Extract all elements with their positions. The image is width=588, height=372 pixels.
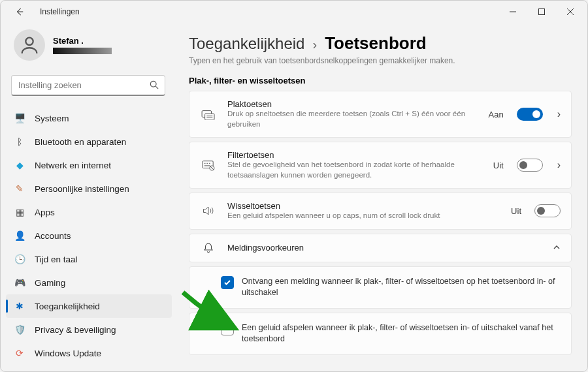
svg-point-1 <box>25 38 33 45</box>
nav-icon: ✱ <box>14 300 25 312</box>
notification-prefs-row[interactable]: Meldingsvoorkeuren <box>189 234 572 262</box>
user-email-redacted <box>53 48 112 54</box>
sidebar-item-netwerk-en-internet[interactable]: ◆Netwerk en internet <box>6 153 172 177</box>
toggle-keys-sub: Een geluid afspelen wanneer u op caps, n… <box>227 211 500 221</box>
user-profile[interactable]: Stefan . <box>1 27 176 70</box>
sidebar-item-persoonlijke-instellingen[interactable]: ✎Persoonlijke instellingen <box>6 177 172 200</box>
section-heading: Plak-, filter- en wisseltoetsen <box>189 73 572 91</box>
nav-icon: ⟳ <box>14 347 25 359</box>
nav-icon: 🖥️ <box>14 112 25 124</box>
svg-point-2 <box>150 81 156 87</box>
chevron-right-icon: › <box>553 108 561 120</box>
filter-keys-toggle[interactable] <box>517 159 543 172</box>
chevron-right-icon: › <box>553 159 561 171</box>
sticky-keys-row[interactable]: Plaktoetsen Druk op sneltoetsen die meer… <box>189 91 572 138</box>
search-box <box>11 75 165 96</box>
user-name: Stefan . <box>53 36 112 46</box>
sticky-keys-state: Aan <box>489 110 504 119</box>
nav-icon: ✎ <box>14 183 25 194</box>
sidebar-item-label: Accounts <box>35 231 71 241</box>
sidebar-item-windows-update[interactable]: ⟳Windows Update <box>6 341 172 365</box>
sticky-keys-title: Plaktoetsen <box>227 99 478 109</box>
page-description: Typen en het gebruik van toetsenbordsnel… <box>189 55 572 73</box>
toggle-keys-title: Wisseltoetsen <box>227 201 500 211</box>
sound-checkbox-label: Een geluid afspelen wanneer ik plak-, fi… <box>242 322 559 345</box>
sidebar-item-label: Gaming <box>35 278 65 288</box>
sidebar-item-label: Bluetooth en apparaten <box>35 137 126 147</box>
sidebar-item-accounts[interactable]: 👤Accounts <box>6 224 172 247</box>
main-content: Toegankelijkheid › Toetsenbord Typen en … <box>176 23 587 371</box>
nav-list: 🖥️SysteemᛒBluetooth en apparaten◆Netwerk… <box>1 102 176 371</box>
nav-icon: ᛒ <box>14 136 25 147</box>
sidebar-item-label: Windows Update <box>35 349 101 358</box>
sidebar-item-label: Apps <box>35 208 55 217</box>
minimize-button[interactable] <box>498 2 527 22</box>
notify-checkbox-row[interactable]: Ontvang een melding wanneer ik plak-, fi… <box>189 266 572 309</box>
speaker-icon <box>200 205 217 217</box>
sidebar-item-label: Tijd en taal <box>35 255 78 264</box>
search-input[interactable] <box>11 75 165 96</box>
sidebar: Stefan . 🖥️SysteemᛒBluetooth en apparate… <box>1 23 176 371</box>
filter-keys-state: Uit <box>493 161 504 170</box>
filter-keys-sub: Stel de gevoeligheid van het toetsenbord… <box>227 160 483 180</box>
toggle-keys-toggle[interactable] <box>534 204 561 217</box>
page-title: Toetsenbord <box>325 33 427 54</box>
sound-checkbox-row[interactable]: Een geluid afspelen wanneer ik plak-, fi… <box>189 313 572 355</box>
back-button[interactable] <box>10 2 29 22</box>
sidebar-item-label: Toegankelijkheid <box>35 302 100 311</box>
check-icon <box>223 279 231 287</box>
maximize-button[interactable] <box>527 2 556 22</box>
svg-rect-4 <box>205 114 214 120</box>
svg-rect-0 <box>539 9 545 15</box>
avatar <box>14 29 45 61</box>
toggle-keys-state: Uit <box>511 206 521 216</box>
notify-checkbox-label: Ontvang een melding wanneer ik plak-, fi… <box>242 276 559 299</box>
sidebar-item-systeem[interactable]: 🖥️Systeem <box>6 106 172 130</box>
filter-keys-title: Filtertoetsen <box>227 150 483 160</box>
titlebar: Instellingen <box>1 1 587 23</box>
keyboard-icon <box>200 108 217 120</box>
chevron-right-icon: › <box>312 37 317 52</box>
sidebar-item-tijd-en-taal[interactable]: 🕒Tijd en taal <box>6 247 172 271</box>
close-button[interactable] <box>556 2 585 22</box>
sidebar-item-toegankelijkheid[interactable]: ✱Toegankelijkheid <box>6 294 172 318</box>
notification-prefs-title: Meldingsvoorkeuren <box>227 243 538 253</box>
sidebar-item-label: Privacy & beveiliging <box>35 325 116 335</box>
sidebar-item-bluetooth-en-apparaten[interactable]: ᛒBluetooth en apparaten <box>6 130 172 153</box>
sidebar-item-gaming[interactable]: 🎮Gaming <box>6 271 172 294</box>
chevron-up-icon <box>549 242 561 254</box>
nav-icon: 👤 <box>14 230 25 241</box>
nav-icon: ▦ <box>14 206 25 218</box>
sound-checkbox[interactable] <box>221 322 234 335</box>
filter-keys-row[interactable]: Filtertoetsen Stel de gevoeligheid van h… <box>189 142 572 189</box>
sidebar-item-label: Persoonlijke instellingen <box>35 184 129 194</box>
breadcrumb: Toegankelijkheid › Toetsenbord <box>189 23 572 55</box>
nav-icon: 🛡️ <box>14 324 25 335</box>
breadcrumb-parent[interactable]: Toegankelijkheid <box>189 35 304 53</box>
toggle-keys-row[interactable]: Wisseltoetsen Een geluid afspelen wannee… <box>189 193 572 230</box>
notify-checkbox[interactable] <box>221 276 234 289</box>
window-title: Instellingen <box>40 7 80 16</box>
sidebar-item-label: Netwerk en internet <box>35 161 111 170</box>
keyboard-block-icon <box>200 159 217 171</box>
sidebar-item-apps[interactable]: ▦Apps <box>6 200 172 224</box>
bell-icon <box>200 242 217 254</box>
nav-icon: ◆ <box>14 159 25 171</box>
person-icon <box>18 34 41 56</box>
arrow-left-icon <box>15 7 24 16</box>
sticky-keys-toggle[interactable] <box>517 108 543 121</box>
search-icon <box>150 80 159 92</box>
sidebar-item-privacy-beveiliging[interactable]: 🛡️Privacy & beveiliging <box>6 318 172 341</box>
sidebar-item-label: Systeem <box>35 114 69 123</box>
nav-icon: 🕒 <box>14 253 25 265</box>
nav-icon: 🎮 <box>14 277 25 288</box>
sticky-keys-sub: Druk op sneltoetsen die meerdere toetsen… <box>227 109 478 129</box>
